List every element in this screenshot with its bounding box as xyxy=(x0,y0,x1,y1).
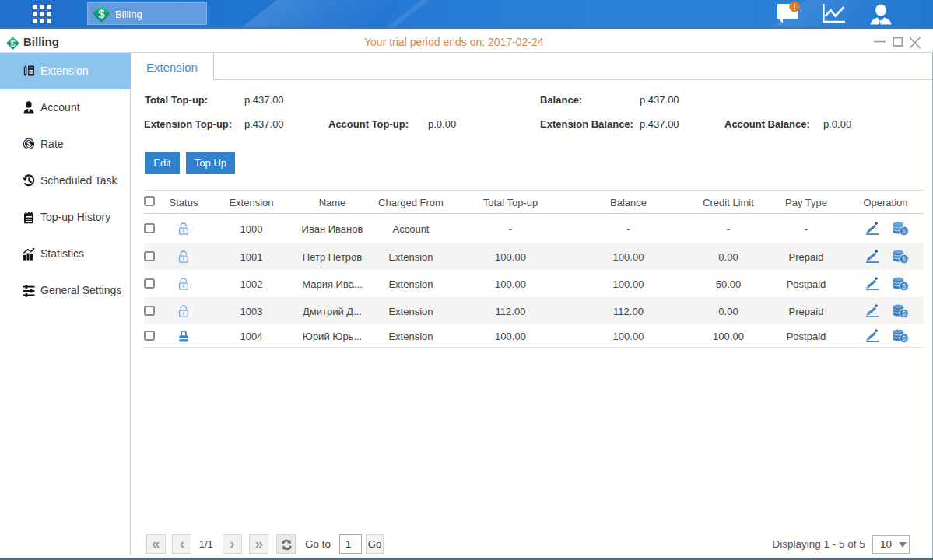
svg-text:!: ! xyxy=(793,2,796,12)
svg-text:$: $ xyxy=(902,282,907,290)
svg-text:$: $ xyxy=(26,140,31,149)
svg-text:$: $ xyxy=(98,7,105,20)
svg-text:$: $ xyxy=(902,309,907,317)
svg-text:$: $ xyxy=(902,254,907,263)
svg-text:$: $ xyxy=(902,334,907,342)
svg-text:$: $ xyxy=(902,226,907,235)
svg-text:$: $ xyxy=(10,39,16,48)
